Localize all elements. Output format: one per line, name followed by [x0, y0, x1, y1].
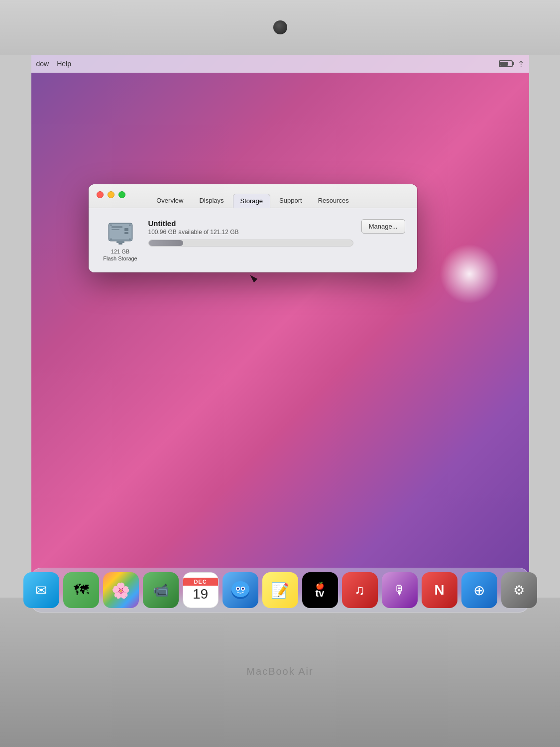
disk-icon-container: 121 GB Flash Storage — [101, 218, 140, 262]
menu-bar-right: ⇡ — [499, 55, 524, 73]
dock-item-maps[interactable]: 🗺 — [63, 572, 99, 608]
tab-overview[interactable]: Overview — [149, 194, 190, 208]
svg-rect-3 — [112, 229, 119, 230]
dock-item-notes[interactable]: 📝 — [262, 572, 298, 608]
system-info-dialog: Overview Displays Storage Support Resour… — [89, 184, 417, 272]
calendar-month: DEC — [183, 578, 218, 586]
svg-rect-2 — [112, 226, 122, 228]
traffic-lights — [97, 191, 125, 198]
bottom-bezel: ✉ 🗺 🌸 📹 DEC 19 — [0, 598, 560, 747]
desktop-glow — [440, 244, 499, 304]
svg-point-13 — [231, 581, 249, 597]
manage-button[interactable]: Manage... — [361, 219, 405, 234]
battery-fill — [500, 62, 508, 66]
dialog-storage-content: 121 GB Flash Storage Untitled 100.96 GB … — [89, 208, 417, 272]
svg-rect-5 — [124, 232, 128, 234]
svg-rect-4 — [124, 228, 128, 231]
calendar-day: 19 — [193, 586, 208, 603]
battery-icon — [499, 60, 513, 67]
svg-point-16 — [237, 588, 239, 590]
disk-available: 100.96 GB available of 121.12 GB — [148, 229, 353, 236]
dock-container: ✉ 🗺 🌸 📹 DEC 19 — [31, 568, 529, 613]
macbook-label: MacBook Air — [246, 666, 313, 677]
dialog-titlebar: Overview Displays Storage Support Resour… — [89, 184, 417, 208]
tab-resources[interactable]: Resources — [311, 194, 356, 208]
tab-storage[interactable]: Storage — [233, 194, 271, 208]
svg-point-9 — [129, 239, 130, 240]
dock-item-settings[interactable]: ⚙ — [501, 572, 537, 608]
storage-row: 121 GB Flash Storage Untitled 100.96 GB … — [101, 218, 405, 262]
top-bezel — [0, 0, 560, 55]
menu-help[interactable]: Help — [57, 60, 71, 68]
dock-item-news[interactable]: N — [422, 572, 457, 608]
menu-bar-left: dow Help — [36, 60, 71, 68]
storage-bar-used — [149, 240, 184, 246]
disk-icon — [105, 218, 136, 246]
screen: dow Help ⇡ Over — [31, 55, 529, 598]
storage-bar — [148, 240, 353, 247]
device-frame: dow Help ⇡ Over — [0, 0, 560, 747]
svg-rect-10 — [116, 241, 124, 243]
dock-item-mail[interactable]: ✉ — [23, 572, 59, 608]
dock-item-appletv[interactable]: 🍎tv — [302, 572, 338, 608]
calendar-date: DEC 19 — [183, 578, 218, 603]
cursor — [250, 274, 256, 283]
dock-item-appstore[interactable]: ⊕ — [461, 572, 497, 608]
storage-info: Untitled 100.96 GB available of 121.12 G… — [148, 218, 353, 247]
tab-support[interactable]: Support — [272, 194, 309, 208]
disk-name: Untitled — [148, 219, 353, 228]
svg-point-17 — [242, 588, 244, 590]
menu-bar: dow Help ⇡ — [31, 55, 529, 73]
svg-rect-11 — [118, 243, 122, 245]
wifi-icon: ⇡ — [518, 59, 524, 69]
minimize-button[interactable] — [108, 191, 114, 198]
dock-item-photos[interactable]: 🌸 — [103, 572, 139, 608]
disk-capacity-label: 121 GB Flash Storage — [103, 248, 137, 262]
dock: ✉ 🗺 🌸 📹 DEC 19 — [31, 568, 529, 613]
dock-item-facetime[interactable]: 📹 — [143, 572, 179, 608]
svg-point-7 — [129, 225, 130, 226]
dock-item-finder[interactable] — [223, 572, 258, 608]
tab-displays[interactable]: Displays — [192, 194, 230, 208]
dock-item-music[interactable]: ♫ — [342, 572, 378, 608]
camera — [273, 20, 287, 34]
close-button[interactable] — [97, 191, 104, 198]
maximize-button[interactable] — [118, 191, 125, 198]
menu-window[interactable]: dow — [36, 60, 49, 68]
dock-item-calendar[interactable]: DEC 19 — [183, 572, 219, 608]
dock-item-podcasts[interactable]: 🎙 — [382, 572, 418, 608]
svg-point-8 — [110, 239, 112, 240]
dialog-tabs: Overview Displays Storage Support Resour… — [145, 193, 360, 208]
svg-point-6 — [110, 225, 112, 226]
